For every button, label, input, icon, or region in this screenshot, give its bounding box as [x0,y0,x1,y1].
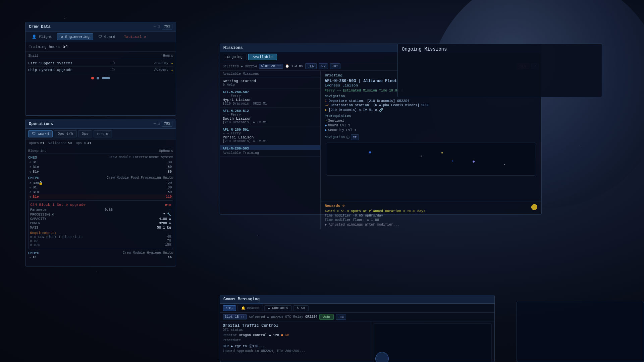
skills-table: Skill Hours Life Support Systems ⓘ Acade… [25,52,176,75]
bp-row-cmfpu-b0[interactable]: ⊘ B0⊕🔒 20 [28,181,173,185]
bp-row-cmfpu-b1p[interactable]: ⊘ B1⊕ 50 [28,190,173,194]
auto-button[interactable]: Auto [319,314,334,320]
ops-tab-ops[interactable]: Ops [78,130,92,137]
blueprint-detail: CSN Block 1 Set ⚙ upgrade B1⊕ Parameter … [28,200,173,249]
map-dest-icon: ✦ [452,159,454,163]
available-training-header: Available Training [220,150,320,157]
bp-icon-8: ⊘ [30,256,31,258]
mission-id-512: AFL-N-280-512 [223,109,318,113]
otc-title: Orbital Traffic Control [223,323,368,328]
ops-tab-bps[interactable]: BPs ⚙ [94,130,112,137]
mission-item-501[interactable]: AFL-N-280-501 ← → Ferry Persei Liaison [… [220,126,320,145]
param-icon: ↑ [169,208,171,212]
progress-dot-blue [97,77,99,79]
ops-tab-opsh[interactable]: Ops ¢/h [54,130,77,137]
progress-bar-indicator[interactable] [102,77,110,79]
bp-row-cmes-b1p1[interactable]: ⊘ B1⊕ 50 [28,165,173,169]
crew-panel: Crew Data ─ □ 75% 👤 Flight ⚙ Engineering… [25,22,176,116]
skill-name-2: Ship Systems Upgrade [28,68,72,72]
cmfpu-id: CMFPU [28,175,39,181]
crew-minimize-icon[interactable]: ─ [154,25,156,28]
clr-button[interactable]: CLR [305,63,317,69]
mission-filter-icon1[interactable]: ✕2 [319,63,328,69]
cmfpu-name: Crew Module Food Processing Units [103,176,173,180]
validated-metric: Validated 50 [48,141,72,145]
bottom-right-panel [517,302,644,362]
ops-minimize-icon[interactable]: ─ [154,122,156,126]
comms-tab-beacon[interactable]: 🔔 Beacon [237,305,263,311]
mission-name-501: Persei Liaison [223,135,318,139]
tab-tactical[interactable]: Tactical ✕ [120,33,150,40]
reward-3: Time modifier floor: x 1.00 [325,218,537,222]
missions-tab-available[interactable]: Available [248,54,277,60]
skill-info-icon-2: ⓘ [112,68,115,72]
ops-metric: Ops ⚙ 41 [76,141,91,145]
tactical-close-icon[interactable]: ✕ [144,35,146,39]
comms-tab-otc[interactable]: OTC [223,305,236,311]
tab-guard[interactable]: 🛡 Guard [95,33,119,40]
skill-loc1: Academy [154,61,168,65]
nav-item-3: ◆ [210 Draconis] A.IV.M1 ⚙ 🔗 [325,108,537,112]
ops-panel-title: Operations [29,122,53,126]
crew-maximize-icon[interactable]: □ [158,25,160,28]
prereq-security: ◆ Security Lvl 1 [325,128,537,132]
ops-maximize-icon[interactable]: □ [158,122,160,126]
mission-route-507: [210 Draconis] OR22.M1 [223,102,318,106]
guard-tab-icon: 🛡 [32,132,36,136]
req-icon-2: ⊘ [30,239,32,243]
mission-name-512: South Liaison [223,117,318,121]
sentinel-icon: ○ [325,119,327,123]
slot-val: 2B ↑↑ [271,64,281,68]
mission-route-501: [210 Draconis] A.IV.M1 [223,139,318,143]
engineering-icon: ⚙ [61,35,63,39]
bp-row-cmfpu-b1[interactable]: ⊘ B1 30 [28,185,173,190]
comms-tab-contacts[interactable]: ▲ Contacts [264,305,292,311]
ongoing-title: Ongoing Missions [398,44,602,55]
reward-4: ◆ Adjusted winnings after modifier... [325,222,537,227]
mission-name-507: Hypri Liaison [223,98,318,102]
comms-panel: Comms Messaging OTC 🔔 Beacon ▲ Contacts … [220,295,495,362]
mission-item-start[interactable]: Getting started 0 Help [220,77,320,89]
crew-panel-header: Crew Data ─ □ 75% [25,22,176,32]
mission-filter-icon2[interactable]: +=≡ [330,63,341,69]
comms-panel-title: Comms Messaging [223,297,260,302]
mission-item-507[interactable]: AFL-N-280-507 ← → Ferry Hypri Liaison [2… [220,89,320,108]
nav-info-icon: ⓘ [346,135,350,140]
bp-row-cmhyu-b1[interactable]: ⊘ B1 30 [28,256,173,258]
req-icon-1: ⊘ ⊘ [30,235,36,239]
ops-tab-bar: 🛡 Guard Ops ¢/h Ops BPs ⚙ [25,129,176,139]
ophrs-metric: OpHrs 51 [29,141,44,145]
flight-icon: 👤 [32,35,37,39]
mission-name-start: Getting started [223,79,318,83]
mission-item-503[interactable]: AFL-N-280-503 ← → Ferry Lyoness Liaison … [220,145,320,150]
comms-panel-header: Comms Messaging [220,295,494,304]
blueprint-group-cmhyu: CMHYU Crew Module Hygiene Units ⊘ B1 30 [28,250,173,258]
tab-flight[interactable]: 👤 Flight [28,33,56,40]
cmhyu-desc: Crew Module Hygiene Units [119,251,173,255]
comms-map-button[interactable] [375,352,389,362]
ops-tab-guard[interactable]: 🛡 Guard [28,130,53,137]
reward-badge [531,204,537,210]
map-player-icon: ◈ [369,149,371,155]
speed-indicator: ⌚ [285,64,289,68]
nav-map-btn[interactable]: 🗺 [351,134,359,140]
comms-filter-row: Slot 1B ↑↑ Selected ◆ OR22S4 OTC Relay O… [220,313,494,321]
power-row: POWER 3200 W [30,221,171,226]
training-hours-value: 54 [62,44,68,49]
otc-reactor-row: Reactor Dragon Control ◆ 128 10 [223,333,368,337]
training-area [220,157,320,229]
skill-star1: ★ [171,61,173,65]
bp-row-cmes-b1[interactable]: ⊘ B1 30 [28,160,173,165]
bp-row-cmfpu-b1h[interactable]: ⊗ B1⊕ 110 [28,194,173,199]
comms-tab-sb[interactable]: $ SB [293,305,309,311]
nav-label: Navigation ⓘ 🗺 [325,134,537,140]
mission-item-512[interactable]: AFL-N-280-512 ← → Ferry South Liaison [2… [220,108,320,126]
bp-row-cmes-b1p2[interactable]: ⊘ B1⊕ 80 [28,169,173,174]
otc-procedure-row: Procedure [223,339,368,342]
missions-tab-ongoing[interactable]: Ongoing [223,54,247,60]
mission-id-507: AFL-N-280-507 [223,90,318,94]
tab-engineering[interactable]: ⚙ Engineering [57,33,93,40]
progress-dot-red [91,77,94,79]
crew-percent: 75% [162,24,172,29]
comms-list-btn[interactable]: +=≡ [336,314,346,320]
